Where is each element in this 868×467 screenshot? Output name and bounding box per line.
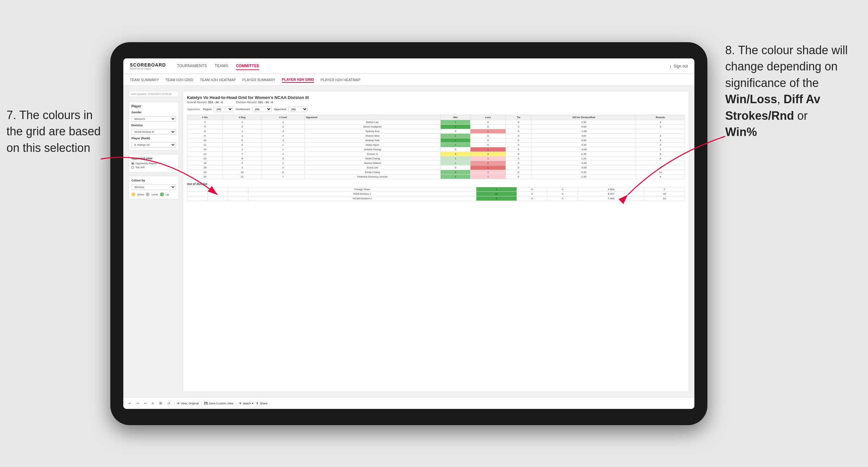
conference-filter-select[interactable]: (All) <box>252 106 272 112</box>
radio-top100[interactable]: Top 100 <box>131 166 176 169</box>
gender-select[interactable]: Women's <box>131 116 176 122</box>
subnav-team-summary[interactable]: TEAM SUMMARY <box>130 77 159 83</box>
cell-diff: 3.33 <box>531 143 636 147</box>
cell-opponent: Federica Domecq Lacroze <box>304 175 440 179</box>
cell-win: 2 <box>440 175 470 179</box>
grid-title: Katelyn Vo Head-to-Head Grid for Women's… <box>187 95 685 100</box>
cell-div: 14 <box>187 152 223 156</box>
player-section: Player Gender Women's Division NCAA Divi… <box>128 101 179 151</box>
cell-win: 1 <box>440 134 470 138</box>
overall-record: Overall Record: 353 - 34 - 6 <box>187 101 223 104</box>
nav-committee[interactable]: COMMITTEE <box>236 62 259 70</box>
division-select[interactable]: NCAA Division III <box>131 129 176 135</box>
conference-filter-label: Conference <box>236 108 250 111</box>
cell-diff: 9.267 <box>578 192 644 196</box>
table-row: 9 1 4 Sharon Mun 1 0 0 3.67 3 <box>187 134 685 138</box>
cell-diff: 7.400 <box>578 196 644 201</box>
watch-btn[interactable]: 👁 Watch ▾ <box>239 402 253 405</box>
table-row: 3 1 1 Esther Lee 1 0 0 1.50 4 <box>187 120 685 125</box>
save-custom-btn[interactable]: 💾 Save Custom View <box>204 402 233 405</box>
cell-win: 1 <box>440 125 470 129</box>
nav-tournaments[interactable]: TOURNAMENTS <box>177 62 207 70</box>
legend: Down Level Up <box>131 192 176 196</box>
ood-table-row: NAIA Division 1 15 0 0 9.267 30 <box>187 192 685 196</box>
ood-table-row: NCAA Division 2 5 0 0 7.400 10 <box>187 196 685 201</box>
copy-btn[interactable]: ⎘ <box>151 401 155 406</box>
cell-win: 2 <box>440 138 470 143</box>
tablet-frame: SCOREBOARD Powered by clippd TOURNAMENTS… <box>110 42 707 425</box>
cell-opponent: Heejo Hyun <box>304 143 440 147</box>
subnav-team-h2h-grid[interactable]: TEAM H2H GRID <box>165 77 193 83</box>
cell-win: 4 <box>440 170 470 175</box>
legend-down-label: Down <box>137 193 144 196</box>
subnav-player-summary[interactable]: PLAYER SUMMARY <box>242 77 276 83</box>
subnav-team-h2h-heatmap[interactable]: TEAM H2H HEATMAP <box>200 77 236 83</box>
opponent-view: Opponent view Opponents Played Top 100 <box>128 154 179 173</box>
legend-level-dot <box>146 192 150 196</box>
subnav-player-h2h-heatmap[interactable]: PLAYER H2H HEATMAP <box>320 77 361 83</box>
col-reg: # Reg <box>223 115 261 120</box>
back-btn[interactable]: ↩ <box>143 401 148 406</box>
table-row: 6 1 3 Sydney Kuo 0 1 0 -1.00 <box>187 129 685 134</box>
cell-win: 1 <box>440 156 470 161</box>
cell-tie: 0 <box>505 175 531 179</box>
cell-div: 11 <box>187 143 223 147</box>
cell-loss: 1 <box>470 165 505 170</box>
region-filter-select[interactable]: (All) <box>214 106 233 112</box>
opponent-filter-select[interactable]: (All) <box>288 106 308 112</box>
cell-opponent: Jessica Huang <box>304 147 440 152</box>
undo-btn[interactable]: ↩ <box>127 401 132 406</box>
cell-rounds: 11 <box>636 170 685 175</box>
view-original-btn[interactable]: 👁 View: Original <box>177 402 198 405</box>
paste-btn[interactable]: ⌘ <box>158 401 163 406</box>
subnav-player-h2h-grid[interactable]: PLAYER H2H GRID <box>282 77 314 83</box>
cell-opponent: Esther Lee <box>304 120 440 125</box>
colour-by-select[interactable]: Win/loss <box>131 184 176 190</box>
cell-reg: 1 <box>223 120 261 125</box>
filter-row: Opponents: Region (All) Conference (All) <box>187 106 685 112</box>
cell-rounds: 2 <box>636 165 685 170</box>
table-row: 10 6 3 Andrea York 2 0 0 4.00 4 <box>187 138 685 143</box>
cell-conf: 2 <box>261 165 304 170</box>
cell-opponent: Alexis Sudijanto <box>304 125 440 129</box>
cell-diff: -3.00 <box>531 147 636 152</box>
cell-diff: 4.00 <box>531 125 636 129</box>
opponent-view-label: Opponent view <box>131 157 176 160</box>
radio-opponents-played[interactable]: Opponents Played <box>131 162 176 165</box>
cell-tie: 0 <box>505 147 531 152</box>
col-diff: Diff Av Strokes/Rnd <box>531 115 636 120</box>
redo-btn[interactable]: ↪ <box>135 401 140 406</box>
radio-top100-label: Top 100 <box>135 166 145 169</box>
cell-tie: 0 <box>505 156 531 161</box>
cell-loss: 0 <box>517 192 548 196</box>
cell-conf <box>228 196 249 201</box>
cell-reg <box>208 192 228 196</box>
player-rank-select[interactable]: 8. Katelyn Vo <box>131 142 176 148</box>
cell-diff: 0.38 <box>531 152 636 156</box>
cell-conf: 4 <box>261 152 304 156</box>
cell-tie: 0 <box>548 192 578 196</box>
cell-div: 15 <box>187 156 223 161</box>
cell-loss: 1 <box>470 170 505 175</box>
cell-conf: 2 <box>261 125 304 129</box>
share-icon: ⬆ <box>256 402 259 405</box>
cell-conf <box>228 187 249 192</box>
logo-sub: Powered by clippd <box>130 67 157 70</box>
share-btn[interactable]: ⬆ Share <box>256 402 268 405</box>
division-label: Division <box>131 124 176 127</box>
cell-rounds: 3 <box>636 134 685 138</box>
cell-rounds <box>636 129 685 134</box>
toolbar-divider-3 <box>236 401 236 406</box>
out-of-division-header: Out of division <box>187 182 685 186</box>
cell-reg: 2 <box>223 165 261 170</box>
cell-diff: 4.00 <box>531 138 636 143</box>
cell-conf: 1 <box>261 161 304 165</box>
cell-opponent: Euna Lee <box>304 165 440 170</box>
nav-teams[interactable]: TEAMS <box>215 62 228 70</box>
refresh-btn[interactable]: ↺ <box>166 401 171 406</box>
cell-loss: 1 <box>470 175 505 179</box>
cell-conf: 6 <box>261 170 304 175</box>
nav-sign-out[interactable]: Sign out <box>674 63 688 70</box>
ood-table-row: Foreign Team 1 0 0 4.500 2 <box>187 187 685 192</box>
cell-div <box>187 196 208 201</box>
